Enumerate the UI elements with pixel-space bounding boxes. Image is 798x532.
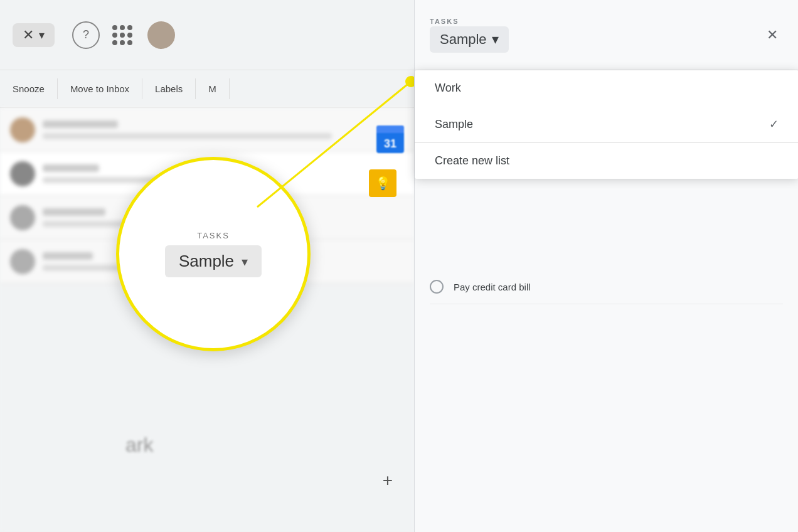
toolbar: ✕ ▾ ? xyxy=(0,0,414,70)
sender-avatar xyxy=(10,161,35,186)
add-button[interactable]: + xyxy=(374,467,402,494)
email-sender xyxy=(43,252,93,260)
tasks-sample-label: Sample xyxy=(440,31,487,48)
email-sender xyxy=(43,120,118,128)
close-button[interactable]: ✕ xyxy=(23,28,34,42)
labels-button[interactable]: Labels xyxy=(142,78,196,99)
create-new-list-label: Create new list xyxy=(435,154,509,168)
calendar-icon: 31 xyxy=(376,125,404,153)
dropdown-menu: Work Sample ✓ Create new list xyxy=(415,70,798,179)
magnified-circle: TASKS Sample ▾ xyxy=(116,157,311,351)
apps-dot xyxy=(127,33,132,38)
tasks-header: TASKS Sample ▾ ✕ xyxy=(415,0,798,70)
tasks-dropdown-arrow-icon: ▾ xyxy=(492,31,499,48)
magnified-tasks-label: TASKS xyxy=(197,231,230,240)
dropdown-item-create-new-list[interactable]: Create new list xyxy=(415,143,798,179)
snooze-button[interactable]: Snooze xyxy=(13,78,58,99)
apps-dot xyxy=(112,40,117,45)
avatar[interactable] xyxy=(147,21,175,49)
email-sender xyxy=(43,164,99,172)
sender-avatar xyxy=(10,205,35,230)
magnified-sample-button[interactable]: Sample ▾ xyxy=(165,245,262,277)
checkmark-icon: ✓ xyxy=(769,117,779,131)
email-subject xyxy=(43,133,332,139)
dropdown-work-label: Work xyxy=(435,82,461,95)
left-panel: ✕ ▾ ? Snooze Move to Inbox Labels M xyxy=(0,0,414,532)
email-sender xyxy=(43,208,105,216)
sender-avatar xyxy=(10,117,35,142)
tasks-dropdown-button[interactable]: Sample ▾ xyxy=(430,26,509,53)
dropdown-item-sample[interactable]: Sample ✓ xyxy=(415,106,798,142)
move-to-inbox-button[interactable]: Move to Inbox xyxy=(58,78,142,99)
task-item: Pay credit card bill xyxy=(430,270,783,304)
help-icon: ? xyxy=(83,28,89,41)
toolbar-back-close[interactable]: ✕ ▾ xyxy=(13,23,55,47)
apps-dot xyxy=(127,25,132,30)
tasks-title-area: TASKS Sample ▾ xyxy=(430,18,509,53)
apps-dot xyxy=(120,25,125,30)
tasks-panel-label: TASKS xyxy=(430,18,509,25)
action-bar: Snooze Move to Inbox Labels M xyxy=(0,70,414,108)
sender-avatar xyxy=(10,249,35,274)
calendar-icon-area: 31 xyxy=(376,125,404,153)
task-label: Pay credit card bill xyxy=(454,282,531,292)
blurred-text: ark xyxy=(125,434,153,457)
help-button[interactable]: ? xyxy=(72,21,100,49)
more-action-button[interactable]: M xyxy=(196,78,230,99)
magnified-sample-label: Sample xyxy=(179,252,234,271)
email-content xyxy=(43,120,404,139)
dropdown-item-work[interactable]: Work xyxy=(415,70,798,106)
dropdown-sample-label: Sample xyxy=(435,118,473,131)
apps-button[interactable] xyxy=(112,25,132,45)
apps-dot xyxy=(112,33,117,38)
tasks-close-button[interactable]: ✕ xyxy=(762,23,783,47)
apps-dot xyxy=(127,40,132,45)
apps-dot xyxy=(112,25,117,30)
apps-dot xyxy=(120,33,125,38)
apps-dot xyxy=(120,40,125,45)
task-area: Pay credit card bill xyxy=(415,270,798,304)
calendar-icon-top xyxy=(376,125,404,133)
task-checkbox[interactable] xyxy=(430,280,444,294)
dropdown-overlay: Work Sample ✓ Create new list xyxy=(415,70,798,179)
right-panel: TASKS Sample ▾ ✕ Work Sample ✓ Create ne… xyxy=(414,0,798,532)
magnified-dropdown-arrow-icon: ▾ xyxy=(242,254,248,269)
lightbulb-icon: 💡 xyxy=(369,169,396,197)
arrow-down-button[interactable]: ▾ xyxy=(39,28,45,42)
calendar-date: 31 xyxy=(384,137,396,151)
email-item xyxy=(0,108,414,152)
